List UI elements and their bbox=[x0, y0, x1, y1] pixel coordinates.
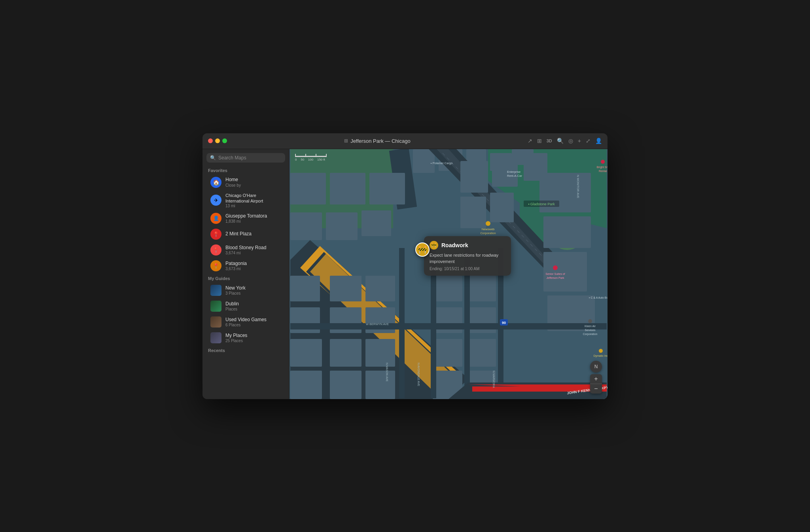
svg-rect-45 bbox=[365, 371, 395, 399]
add-icon[interactable]: + bbox=[578, 138, 581, 144]
svg-rect-38 bbox=[330, 276, 361, 301]
map-type-icon[interactable]: ⊞ bbox=[537, 138, 542, 144]
svg-point-78 bbox=[553, 265, 558, 270]
pin-icon-3: 📍 bbox=[210, 260, 221, 271]
search-bar[interactable]: 🔍 bbox=[206, 153, 285, 163]
titlebar: ⊞ Jefferson Park — Chicago ↗ ⊞ 3D 🔍 ◎ + … bbox=[202, 133, 608, 149]
roadwork-popup: 🚧 Roadwork Expect lane restrictions for … bbox=[424, 236, 511, 276]
zoom-out-button[interactable]: − bbox=[590, 384, 602, 394]
minimize-button[interactable] bbox=[215, 138, 220, 143]
svg-rect-36 bbox=[290, 339, 322, 367]
svg-rect-26 bbox=[369, 173, 405, 204]
search-input[interactable] bbox=[218, 155, 282, 161]
3d-button[interactable]: 3D bbox=[547, 138, 552, 143]
compass[interactable]: N bbox=[590, 361, 602, 373]
svg-text:Dymatic Inc: Dymatic Inc bbox=[594, 354, 608, 358]
svg-rect-19 bbox=[490, 193, 514, 222]
sidebar-item-dublin[interactable]: Dublin Places bbox=[205, 299, 287, 314]
svg-text:N MARMORA: N MARMORA bbox=[492, 371, 495, 388]
svg-text:N MASON AVE: N MASON AVE bbox=[386, 363, 388, 382]
svg-text:Rental: Rental bbox=[599, 170, 607, 172]
svg-text:Corporation: Corporation bbox=[583, 333, 598, 336]
svg-text:▪ Gladstone Park: ▪ Gladstone Park bbox=[528, 202, 555, 206]
svg-rect-37 bbox=[290, 371, 322, 399]
svg-rect-40 bbox=[330, 339, 361, 367]
svg-text:Rent-A-Car: Rent-A-Car bbox=[507, 174, 522, 178]
svg-text:W BERWYN AVE: W BERWYN AVE bbox=[366, 322, 389, 326]
home-icon: 🏠 bbox=[210, 177, 221, 188]
svg-rect-50 bbox=[466, 276, 496, 301]
svg-text:Kleen Air: Kleen Air bbox=[585, 325, 596, 328]
sidebar: 🔍 Favorites 🏠 Home Close by ✈ Chicago O'… bbox=[202, 149, 290, 399]
sidebar-item-giuseppe[interactable]: 👤 Giuseppe Tornatora 1,838 mi bbox=[205, 211, 287, 226]
roadwork-pin[interactable]: 🚧 bbox=[415, 242, 430, 257]
map-controls: N + − bbox=[590, 361, 602, 394]
popup-ending: Ending: 10/15/21 at 1:00 AM bbox=[430, 267, 505, 271]
map-container[interactable]: 90 N NORTHWEST HWY W BERWYN AVE JOHN F K… bbox=[290, 149, 608, 399]
svg-text:N MONITOR AVE: N MONITOR AVE bbox=[576, 175, 580, 198]
svg-rect-15 bbox=[460, 161, 488, 193]
svg-text:Enterprise: Enterprise bbox=[507, 170, 520, 174]
svg-text:▪ Polamer Cargo: ▪ Polamer Cargo bbox=[431, 161, 452, 165]
svg-rect-21 bbox=[543, 216, 591, 248]
info-icon[interactable]: ◎ bbox=[568, 138, 573, 144]
profile-icon[interactable]: 👤 bbox=[595, 138, 602, 144]
svg-rect-25 bbox=[330, 173, 365, 204]
maximize-button[interactable] bbox=[222, 138, 227, 143]
svg-rect-18 bbox=[460, 197, 486, 228]
svg-rect-48 bbox=[433, 339, 462, 367]
share-icon[interactable]: ⤢ bbox=[586, 138, 590, 144]
svg-text:Newsweb: Newsweb bbox=[482, 227, 495, 231]
svg-rect-58 bbox=[290, 323, 607, 329]
map-scale: 0 50 100 150 ft bbox=[295, 154, 327, 161]
svg-text:Senior Suites of: Senior Suites of bbox=[545, 273, 565, 275]
person-icon: 👤 bbox=[210, 213, 221, 224]
sidebar-item-2mint[interactable]: 📍 2 Mint Plaza bbox=[205, 227, 287, 242]
svg-rect-52 bbox=[466, 339, 496, 367]
close-button[interactable] bbox=[208, 138, 213, 143]
sidebar-item-video-games[interactable]: Used Video Games 6 Places bbox=[205, 314, 287, 329]
search-icon[interactable]: 🔍 bbox=[557, 138, 564, 144]
sidebar-item-blood-stoney[interactable]: 📍 Blood Stoney Road 3,674 mi bbox=[205, 242, 287, 257]
svg-rect-44 bbox=[365, 339, 395, 367]
svg-text:Bright Sm: Bright Sm bbox=[597, 166, 608, 169]
app-window: ⊞ Jefferson Park — Chicago ↗ ⊞ 3D 🔍 ◎ + … bbox=[202, 133, 608, 399]
svg-rect-24 bbox=[290, 173, 326, 204]
svg-rect-46 bbox=[433, 276, 462, 301]
favorites-label: Favorites bbox=[202, 166, 289, 174]
guides-label: My Guides bbox=[202, 274, 289, 282]
sidebar-item-myplaces[interactable]: My Places 25 Places bbox=[205, 330, 287, 345]
svg-text:Corporation: Corporation bbox=[480, 231, 496, 235]
svg-rect-33 bbox=[361, 210, 391, 236]
svg-rect-41 bbox=[330, 371, 361, 399]
popup-description: Expect lane restrictions for roadway imp… bbox=[430, 252, 505, 265]
location-icon[interactable]: ↗ bbox=[528, 138, 532, 144]
svg-rect-34 bbox=[290, 276, 320, 301]
search-icon: 🔍 bbox=[210, 155, 216, 161]
sidebar-item-ohare[interactable]: ✈ Chicago O'Hare International Airport 1… bbox=[205, 191, 287, 210]
window-title: ⊞ Jefferson Park — Chicago bbox=[230, 138, 524, 144]
svg-rect-6 bbox=[413, 149, 435, 173]
newyork-thumbnail bbox=[210, 285, 221, 296]
myplaces-thumbnail bbox=[210, 332, 221, 343]
pin-icon: 📍 bbox=[210, 229, 221, 240]
svg-text:Services: Services bbox=[585, 329, 596, 331]
svg-point-86 bbox=[599, 349, 603, 353]
svg-rect-22 bbox=[543, 252, 587, 292]
zoom-in-button[interactable]: + bbox=[590, 374, 602, 384]
dublin-thumbnail bbox=[210, 301, 221, 312]
videogames-thumbnail bbox=[210, 316, 221, 328]
popup-title: Roadwork bbox=[441, 242, 468, 248]
svg-point-88 bbox=[601, 160, 605, 164]
svg-text:N AVONDALE AVE: N AVONDALE AVE bbox=[417, 363, 420, 386]
main-content: 🔍 Favorites 🏠 Home Close by ✈ Chicago O'… bbox=[202, 149, 608, 399]
sidebar-item-patagonia[interactable]: 📍 Patagonia 3,673 mi bbox=[205, 258, 287, 273]
svg-text:▪ C & A Auto Body: ▪ C & A Auto Body bbox=[589, 296, 608, 299]
svg-text:90: 90 bbox=[502, 321, 506, 325]
sidebar-item-home[interactable]: 🏠 Home Close by bbox=[205, 175, 287, 190]
svg-rect-42 bbox=[365, 276, 395, 301]
sidebar-item-newyork[interactable]: New York 3 Places bbox=[205, 283, 287, 298]
svg-point-72 bbox=[486, 221, 490, 226]
pin-icon-2: 📍 bbox=[210, 244, 221, 256]
svg-rect-32 bbox=[326, 212, 358, 240]
